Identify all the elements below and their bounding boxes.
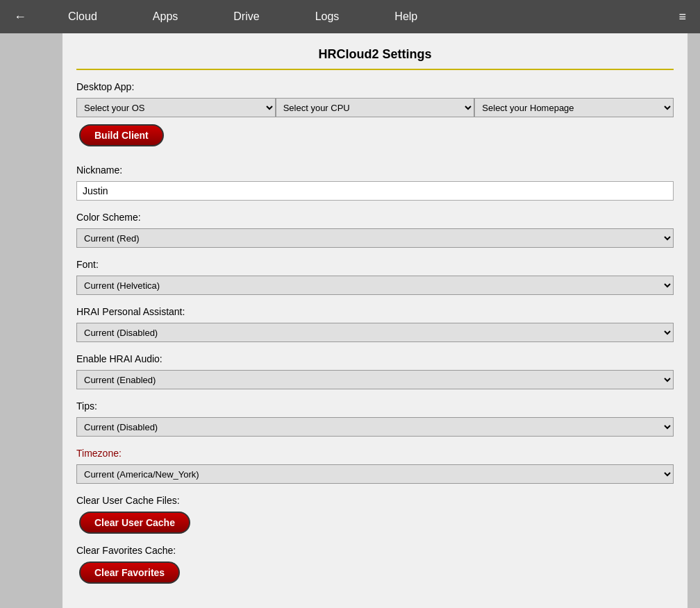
hrai-assistant-label: HRAI Personal Assistant: — [76, 306, 674, 317]
nav-item-logs[interactable]: Logs — [288, 0, 367, 33]
build-client-button[interactable]: Build Client — [79, 124, 164, 146]
os-select[interactable]: Select your OS Windows macOS Linux — [76, 98, 276, 117]
homepage-select[interactable]: Select your Homepage Dashboard Files App… — [474, 98, 674, 117]
clear-favorites-label: Clear Favorites Cache: — [76, 545, 674, 556]
desktop-app-selects: Select your OS Windows macOS Linux Selec… — [76, 98, 674, 117]
nickname-label: Nickname: — [76, 164, 674, 176]
nav-item-cloud[interactable]: Cloud — [40, 0, 125, 33]
font-label: Font: — [76, 259, 674, 270]
right-scrollbar — [688, 33, 700, 608]
nav-item-apps[interactable]: Apps — [125, 0, 206, 33]
hrai-assistant-select[interactable]: Current (Disabled) Enabled Disabled — [76, 323, 674, 342]
clear-user-cache-label: Clear User Cache Files: — [76, 495, 674, 506]
nav-item-help[interactable]: Help — [367, 0, 445, 33]
color-scheme-select[interactable]: Current (Red) Blue Green Default — [76, 228, 674, 248]
cpu-select-wrapper: Select your CPU x86 x64 ARM — [276, 98, 475, 117]
title-divider — [76, 69, 674, 70]
hrai-audio-select[interactable]: Current (Enabled) Enabled Disabled — [76, 370, 674, 389]
tips-label: Tips: — [76, 400, 674, 412]
font-select[interactable]: Current (Helvetica) Arial Times New Roma… — [76, 276, 674, 295]
cpu-select[interactable]: Select your CPU x86 x64 ARM — [276, 98, 475, 117]
os-select-wrapper: Select your OS Windows macOS Linux — [76, 98, 276, 117]
nav-bar: ← Cloud Apps Drive Logs Help ≡ — [0, 0, 700, 33]
clear-user-cache-button[interactable]: Clear User Cache — [79, 512, 190, 534]
nav-item-drive[interactable]: Drive — [206, 0, 287, 33]
nav-back-button[interactable]: ← — [0, 10, 40, 24]
timezone-select[interactable]: Current (America/New_York) UTC America/L… — [76, 464, 674, 484]
hrai-audio-label: Enable HRAI Audio: — [76, 353, 674, 364]
settings-title: HRCloud2 Settings — [76, 47, 674, 62]
main-wrapper: HRCloud2 Settings Desktop App: Select yo… — [0, 33, 700, 608]
nav-menu-icon[interactable]: ≡ — [665, 10, 700, 24]
nickname-input[interactable] — [76, 181, 674, 201]
settings-panel: HRCloud2 Settings Desktop App: Select yo… — [62, 33, 688, 608]
left-sidebar — [0, 33, 62, 608]
desktop-app-label: Desktop App: — [76, 81, 674, 92]
homepage-select-wrapper: Select your Homepage Dashboard Files App… — [474, 98, 674, 117]
settings-content: HRCloud2 Settings Desktop App: Select yo… — [62, 33, 688, 608]
clear-favorites-button[interactable]: Clear Favorites — [79, 561, 180, 584]
timezone-label: Timezone: — [76, 448, 674, 459]
color-scheme-label: Color Scheme: — [76, 212, 674, 223]
tips-select[interactable]: Current (Disabled) Enabled Disabled — [76, 417, 674, 437]
